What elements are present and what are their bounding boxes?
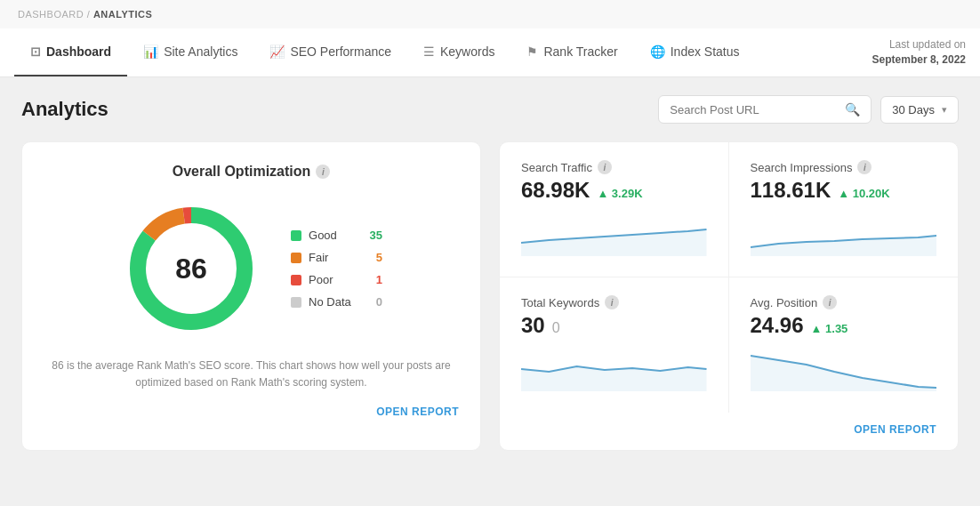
- donut-chart: 86: [120, 197, 262, 340]
- legend-good-label: Good: [309, 229, 344, 242]
- legend-poor-value: 1: [376, 273, 382, 286]
- legend-fair: Fair 5: [291, 251, 382, 264]
- search-icon: 🔍: [845, 102, 860, 116]
- header-controls: 🔍 30 Days ▾: [658, 95, 959, 124]
- optimization-info-icon[interactable]: i: [316, 165, 330, 179]
- tab-site-analytics-label: Site Analytics: [164, 44, 237, 59]
- tab-keywords-label: Keywords: [440, 44, 494, 59]
- search-traffic-sparkline: [521, 212, 707, 256]
- total-keywords-sparkline: [521, 347, 707, 391]
- legend-good-value: 35: [370, 229, 382, 242]
- page-content: Analytics 🔍 30 Days ▾ Overall Optimizati…: [0, 77, 980, 469]
- avg-position-sparkline: [751, 347, 937, 391]
- tab-keywords[interactable]: ☰ Keywords: [407, 28, 510, 76]
- days-dropdown[interactable]: 30 Days ▾: [880, 96, 959, 124]
- tabs-container: ⊡ Dashboard 📊 Site Analytics 📈 SEO Perfo…: [14, 28, 756, 76]
- legend-nodata-dot: [291, 297, 301, 308]
- breadcrumb-dashboard[interactable]: DASHBOARD: [18, 9, 84, 20]
- avg-position-value: 24.96 ▲ 1.35: [751, 313, 937, 338]
- breadcrumb-current: ANALYTICS: [93, 9, 152, 20]
- total-keywords-info-icon[interactable]: i: [605, 295, 619, 309]
- legend-poor-label: Poor: [309, 273, 351, 286]
- legend: Good 35 Fair 5 Poor 1 N: [291, 229, 382, 309]
- flag-icon: ⚑: [526, 44, 538, 59]
- tab-rank-tracker[interactable]: ⚑ Rank Tracker: [510, 28, 633, 76]
- optimization-title: Overall Optimization i: [44, 164, 459, 180]
- tab-seo-performance-label: SEO Performance: [290, 44, 391, 59]
- search-traffic-change: ▲ 3.29K: [597, 187, 642, 200]
- metric-search-impressions: Search Impressions i 118.61K ▲ 10.20K: [729, 142, 959, 277]
- avg-position-info-icon[interactable]: i: [823, 295, 837, 309]
- legend-poor-dot: [291, 275, 301, 285]
- chevron-down-icon: ▾: [942, 104, 947, 116]
- search-traffic-value: 68.98K ▲ 3.29K: [521, 178, 707, 203]
- tab-index-status[interactable]: 🌐 Index Status: [634, 28, 756, 76]
- legend-good: Good 35: [291, 229, 382, 242]
- total-keywords-value: 30 0: [521, 313, 707, 338]
- tab-dashboard-label: Dashboard: [46, 44, 111, 59]
- open-report-right-link[interactable]: OPEN REPORT: [854, 423, 936, 436]
- search-impressions-sparkline: [751, 212, 937, 256]
- optimization-description: 86 is the average Rank Math's SEO score.…: [44, 357, 459, 391]
- avg-position-change: ▲ 1.35: [811, 322, 848, 335]
- breadcrumb-separator: /: [87, 9, 93, 20]
- tab-rank-tracker-label: Rank Tracker: [543, 44, 617, 59]
- tab-index-status-label: Index Status: [671, 44, 740, 59]
- bar-chart-icon: 📊: [143, 44, 158, 59]
- tab-bar: ⊡ Dashboard 📊 Site Analytics 📈 SEO Perfo…: [0, 28, 980, 77]
- search-box[interactable]: 🔍: [658, 95, 872, 124]
- donut-section: 86 Good 35 Fair 5 Poor: [44, 197, 459, 340]
- search-traffic-info-icon[interactable]: i: [598, 160, 612, 174]
- tab-dashboard[interactable]: ⊡ Dashboard: [14, 28, 127, 76]
- globe-icon: 🌐: [650, 44, 665, 59]
- search-impressions-info-icon[interactable]: i: [857, 160, 872, 174]
- search-input[interactable]: [670, 103, 838, 116]
- legend-fair-value: 5: [376, 251, 382, 264]
- tab-site-analytics[interactable]: 📊 Site Analytics: [127, 28, 253, 76]
- metrics-card: Search Traffic i 68.98K ▲ 3.29K: [499, 141, 959, 451]
- metric-total-keywords: Total Keywords i 30 0: [500, 277, 729, 413]
- legend-good-dot: [291, 230, 301, 241]
- donut-score: 86: [175, 253, 207, 285]
- legend-fair-dot: [291, 253, 301, 263]
- metrics-card-footer: OPEN REPORT: [500, 413, 958, 450]
- search-impressions-label: Search Impressions i: [751, 160, 937, 174]
- search-impressions-change: ▲ 10.20K: [838, 187, 889, 200]
- legend-nodata-label: No Data: [309, 295, 351, 309]
- optimization-card: Overall Optimization i 86: [21, 141, 481, 451]
- avg-position-label: Avg. Position i: [751, 295, 937, 309]
- main-grid: Overall Optimization i 86: [21, 141, 959, 451]
- monitor-icon: ⊡: [30, 44, 41, 59]
- search-traffic-label: Search Traffic i: [521, 160, 707, 174]
- days-label: 30 Days: [892, 103, 935, 116]
- list-icon: ☰: [423, 44, 435, 59]
- breadcrumb: DASHBOARD / ANALYTICS: [0, 0, 980, 28]
- metric-search-traffic: Search Traffic i 68.98K ▲ 3.29K: [500, 142, 729, 277]
- tab-seo-performance[interactable]: 📈 SEO Performance: [253, 28, 407, 76]
- open-report-left-link[interactable]: OPEN REPORT: [44, 406, 459, 418]
- page-title: Analytics: [21, 98, 108, 121]
- last-updated: Last updated on September 8, 2022: [872, 37, 966, 68]
- legend-poor: Poor 1: [291, 273, 382, 286]
- legend-nodata: No Data 0: [291, 295, 382, 309]
- total-keywords-label: Total Keywords i: [521, 295, 707, 309]
- metric-avg-position: Avg. Position i 24.96 ▲ 1.35: [729, 277, 959, 413]
- page-header: Analytics 🔍 30 Days ▾: [21, 95, 959, 124]
- legend-fair-label: Fair: [309, 251, 351, 264]
- search-impressions-value: 118.61K ▲ 10.20K: [751, 178, 937, 203]
- legend-nodata-value: 0: [376, 295, 382, 309]
- trending-icon: 📈: [269, 44, 285, 59]
- total-keywords-change: 0: [552, 320, 560, 336]
- metrics-grid: Search Traffic i 68.98K ▲ 3.29K: [500, 142, 958, 413]
